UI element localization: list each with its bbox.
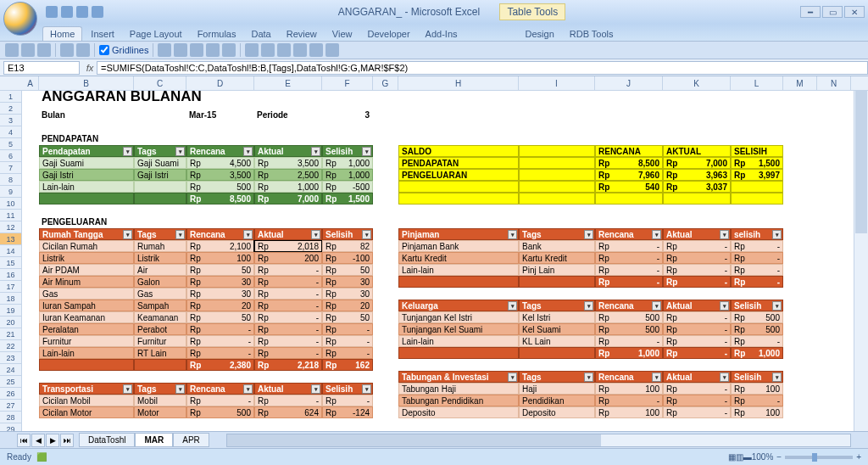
col-header[interactable]: K (663, 76, 731, 90)
row-header[interactable]: 19 (0, 305, 22, 317)
filter-dropdown[interactable]: ▾ (772, 301, 782, 311)
filter-dropdown[interactable]: ▾ (362, 230, 371, 239)
filter-dropdown[interactable]: ▾ (243, 147, 253, 156)
row-header[interactable]: 13 (0, 233, 22, 245)
filter-dropdown[interactable]: ▾ (311, 147, 320, 156)
row-header[interactable]: 7 (0, 162, 22, 174)
col-header[interactable]: M (783, 76, 817, 90)
toolbar-icon[interactable] (309, 43, 323, 57)
filter-dropdown[interactable]: ▾ (720, 301, 729, 311)
sheet-tab-datatoshl[interactable]: DataToshl (79, 433, 135, 447)
toolbar-icon[interactable] (76, 43, 90, 57)
row-header[interactable]: 10 (0, 198, 22, 210)
filter-dropdown[interactable]: ▾ (243, 230, 253, 239)
filter-dropdown[interactable]: ▾ (123, 384, 132, 394)
col-header[interactable]: F (322, 76, 373, 90)
filter-dropdown[interactable]: ▾ (175, 147, 185, 156)
horizontal-scrollbar[interactable] (226, 434, 851, 447)
filter-dropdown[interactable]: ▾ (772, 373, 782, 382)
row-header[interactable]: 9 (0, 186, 22, 198)
row-header[interactable]: 16 (0, 269, 22, 281)
toolbar-icon[interactable] (21, 43, 35, 57)
toolbar-icon[interactable] (174, 43, 187, 57)
ribbon-tab-add-ins[interactable]: Add-Ins (419, 27, 465, 41)
col-header[interactable]: L (731, 76, 783, 90)
row-header[interactable]: 23 (0, 352, 22, 364)
filter-dropdown[interactable]: ▾ (362, 384, 371, 394)
tab-nav-first[interactable]: ⏮ (17, 434, 31, 447)
toolbar-icon[interactable] (190, 43, 203, 57)
zoom-control[interactable]: 100% −+ (752, 452, 861, 462)
view-normal-icon[interactable]: ▦ (728, 452, 736, 462)
col-header[interactable]: A (22, 76, 39, 90)
vertical-scrollbar[interactable] (854, 91, 868, 446)
close-button[interactable]: ✕ (844, 6, 865, 18)
toolbar-icon[interactable] (261, 43, 275, 57)
filter-dropdown[interactable]: ▾ (652, 230, 661, 239)
tab-nav-next[interactable]: ▶ (46, 434, 59, 447)
ribbon-tab-insert[interactable]: Insert (84, 27, 121, 41)
toolbar-icon[interactable] (326, 43, 339, 57)
minimize-button[interactable]: ━ (800, 6, 821, 18)
row-header[interactable]: 11 (0, 210, 22, 221)
ribbon-tab-view[interactable]: View (326, 27, 359, 41)
filter-dropdown[interactable]: ▾ (720, 373, 729, 382)
toolbar-icon[interactable] (222, 43, 236, 57)
col-header[interactable]: E (254, 76, 322, 90)
toolbar-icon[interactable] (37, 43, 51, 57)
row-header[interactable]: 3 (0, 115, 22, 126)
row-header[interactable]: 2 (0, 103, 22, 115)
filter-dropdown[interactable]: ▾ (652, 301, 661, 311)
view-layout-icon[interactable]: ▥ (736, 452, 743, 462)
ribbon-tab-page-layout[interactable]: Page Layout (123, 27, 189, 41)
col-header[interactable]: N (817, 76, 851, 90)
ribbon-tab-developer[interactable]: Developer (360, 27, 416, 41)
col-header[interactable]: I (519, 76, 595, 90)
filter-dropdown[interactable]: ▾ (584, 373, 593, 382)
row-header[interactable]: 22 (0, 340, 22, 352)
ribbon-tab-formulas[interactable]: Formulas (191, 27, 243, 41)
filter-dropdown[interactable]: ▾ (720, 230, 729, 239)
office-button[interactable] (3, 2, 37, 36)
row-header[interactable]: 25 (0, 376, 22, 388)
row-header[interactable]: 20 (0, 317, 22, 328)
toolbar-icon[interactable] (60, 43, 74, 57)
row-header[interactable]: 4 (0, 126, 22, 138)
toolbar-icon[interactable] (245, 43, 259, 57)
row-header[interactable]: 28 (0, 412, 22, 423)
sheet-tab-apr[interactable]: APR (173, 433, 209, 447)
toolbar-icon[interactable] (158, 43, 171, 57)
filter-dropdown[interactable]: ▾ (508, 373, 517, 382)
toolbar-icon[interactable] (293, 43, 307, 57)
row-header[interactable]: 5 (0, 138, 22, 150)
row-header[interactable]: 15 (0, 257, 22, 269)
filter-dropdown[interactable]: ▾ (508, 301, 517, 311)
row-header[interactable]: 8 (0, 174, 22, 186)
col-header[interactable]: G (373, 76, 398, 90)
row-header[interactable]: 14 (0, 245, 22, 257)
filter-dropdown[interactable]: ▾ (311, 230, 320, 239)
toolbar-icon[interactable] (277, 43, 291, 57)
filter-dropdown[interactable]: ▾ (584, 230, 593, 239)
formula-input[interactable] (97, 61, 868, 75)
filter-dropdown[interactable]: ▾ (652, 373, 661, 382)
row-header[interactable]: 26 (0, 388, 22, 400)
ribbon-tab-review[interactable]: Review (280, 27, 324, 41)
row-header[interactable]: 17 (0, 281, 22, 293)
name-box[interactable] (3, 61, 80, 75)
toolbar-icon[interactable] (5, 43, 19, 57)
tab-nav-prev[interactable]: ◀ (31, 434, 45, 447)
filter-dropdown[interactable]: ▾ (175, 230, 185, 239)
row-header[interactable]: 18 (0, 293, 22, 305)
ribbon-tab-data[interactable]: Data (244, 27, 277, 41)
worksheet[interactable]: ABCDEFGHIJKLMN 1234567891011121314151617… (0, 76, 868, 446)
filter-dropdown[interactable]: ▾ (584, 301, 593, 311)
ribbon-tab-design[interactable]: Design (519, 27, 561, 41)
quick-access-toolbar[interactable] (46, 6, 103, 18)
filter-dropdown[interactable]: ▾ (311, 384, 320, 394)
filter-dropdown[interactable]: ▾ (243, 384, 253, 394)
toolbar-icon[interactable] (206, 43, 220, 57)
row-header[interactable]: 21 (0, 328, 22, 340)
row-header[interactable]: 6 (0, 150, 22, 162)
filter-dropdown[interactable]: ▾ (508, 230, 517, 239)
